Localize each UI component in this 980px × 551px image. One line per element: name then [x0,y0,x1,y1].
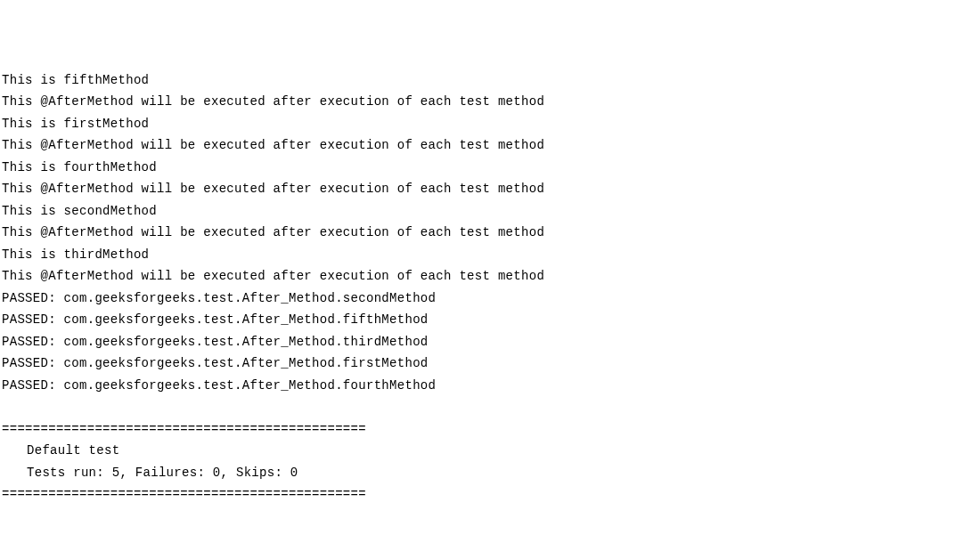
console-line: This @AfterMethod will be executed after… [2,91,978,113]
console-line: PASSED: com.geeksforgeeks.test.After_Met… [2,288,978,310]
console-line [2,527,978,549]
console-line: This is thirdMethod [2,244,978,266]
console-line [2,396,978,418]
console-line: This is secondMethod [2,200,978,223]
console-line: This @AfterMethod will be executed after… [2,265,978,288]
console-line: PASSED: com.geeksforgeeks.test.After_Met… [2,331,978,353]
console-line: This is fifthMethod [2,69,978,92]
console-line [2,506,978,528]
console-line: Default test [2,440,978,462]
console-line: PASSED: com.geeksforgeeks.test.After_Met… [2,375,978,397]
console-output: This is fifthMethodThis @AfterMethod wil… [2,69,978,552]
console-line: ========================================… [2,483,978,506]
console-line: This @AfterMethod will be executed after… [2,134,978,157]
console-line: This @AfterMethod will be executed after… [2,178,978,200]
console-line: Tests run: 5, Failures: 0, Skips: 0 [2,462,978,484]
console-line: This is firstMethod [2,113,978,135]
console-line: PASSED: com.geeksforgeeks.test.After_Met… [2,352,978,375]
console-line: ========================================… [2,418,978,441]
console-line: PASSED: com.geeksforgeeks.test.After_Met… [2,309,978,331]
console-line: This @AfterMethod will be executed after… [2,222,978,244]
console-line: This is fourthMethod [2,157,978,179]
